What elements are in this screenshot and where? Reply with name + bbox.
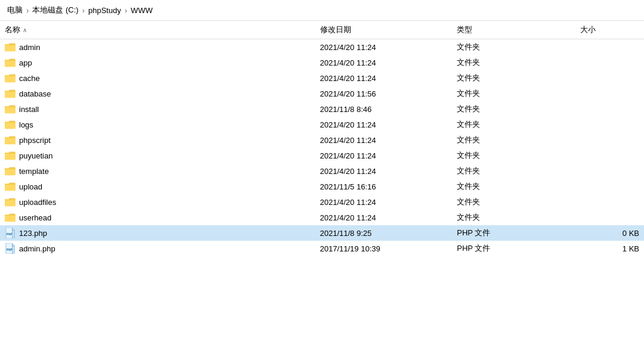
file-name-label: puyuetian [19, 151, 52, 160]
svg-rect-38 [5, 184, 16, 190]
file-type: 文件夹 [452, 132, 575, 148]
file-type: 文件夹 [452, 179, 575, 194]
file-size [575, 179, 644, 194]
file-type: 文件夹 [452, 117, 575, 132]
table-row[interactable]: PHP 123.php2021/11/8 9:25PHP 文件0 KB [0, 225, 644, 241]
breadcrumb: 电脑 › 本地磁盘 (C:) › phpStudy › WWW [0, 0, 644, 21]
file-type: 文件夹 [452, 148, 575, 163]
svg-rect-26 [5, 138, 16, 144]
col-header-type[interactable]: 类型 [452, 21, 575, 39]
table-row[interactable]: phpscript2021/4/20 11:24文件夹 [0, 132, 644, 148]
file-name-cell-10: uploadfiles [0, 194, 315, 210]
file-date: 2021/4/20 11:24 [315, 210, 453, 225]
file-type: 文件夹 [452, 101, 575, 117]
file-name-cell-0: admin [0, 39, 315, 55]
file-name-cell-12: PHP 123.php [0, 225, 315, 241]
file-size [575, 117, 644, 132]
file-date: 2021/4/20 11:24 [315, 55, 453, 70]
file-size: 0 KB [575, 225, 644, 241]
file-name-cell-4: install [0, 101, 315, 117]
file-size [575, 86, 644, 101]
sort-arrow-name: ∧ [23, 27, 27, 33]
svg-rect-46 [5, 215, 16, 221]
col-header-name[interactable]: 名称 ∧ [0, 21, 315, 39]
breadcrumb-phpstudy[interactable]: phpStudy [88, 6, 121, 15]
file-type: 文件夹 [452, 39, 575, 55]
table-row[interactable]: cache2021/4/20 11:24文件夹 [0, 70, 644, 86]
breadcrumb-www: WWW [131, 6, 153, 15]
table-row[interactable]: uploadfiles2021/4/20 11:24文件夹 [0, 194, 644, 210]
file-size [575, 55, 644, 70]
table-row[interactable]: upload2021/11/5 16:16文件夹 [0, 179, 644, 194]
breadcrumb-c[interactable]: 本地磁盘 (C:) [32, 5, 78, 15]
file-type: 文件夹 [452, 194, 575, 210]
table-row[interactable]: template2021/4/20 11:24文件夹 [0, 163, 644, 179]
svg-rect-43 [5, 200, 16, 200]
file-name-label: install [19, 105, 39, 114]
svg-rect-10 [5, 76, 16, 82]
table-row[interactable]: install2021/11/8 8:46文件夹 [0, 101, 644, 117]
table-row[interactable]: PHP admin.php2017/11/19 10:39PHP 文件1 KB [0, 241, 644, 256]
breadcrumb-pc[interactable]: 电脑 [7, 5, 23, 15]
file-name-label: admin.php [19, 244, 55, 253]
file-name-cell-6: phpscript [0, 132, 315, 148]
file-date: 2021/4/20 11:24 [315, 39, 453, 55]
table-row[interactable]: app2021/4/20 11:24文件夹 [0, 55, 644, 70]
file-name-label: logs [19, 120, 33, 129]
file-name-cell-9: upload [0, 179, 315, 194]
breadcrumb-sep-3: › [125, 6, 127, 15]
svg-rect-30 [5, 153, 16, 159]
file-date: 2021/4/20 11:24 [315, 194, 453, 210]
table-row[interactable]: database2021/4/20 11:56文件夹 [0, 86, 644, 101]
file-name-label: userhead [19, 213, 51, 222]
file-type: PHP 文件 [452, 241, 575, 256]
file-size [575, 148, 644, 163]
file-name-label: cache [19, 74, 40, 83]
file-type: 文件夹 [452, 55, 575, 70]
file-size: 1 KB [575, 241, 644, 256]
table-row[interactable]: admin2021/4/20 11:24文件夹 [0, 39, 644, 55]
file-size [575, 163, 644, 179]
file-date: 2021/4/20 11:24 [315, 163, 453, 179]
file-size [575, 70, 644, 86]
file-name-cell-1: app [0, 55, 315, 70]
file-type: 文件夹 [452, 210, 575, 225]
table-row[interactable]: logs2021/4/20 11:24文件夹 [0, 117, 644, 132]
table-row[interactable]: userhead2021/4/20 11:24文件夹 [0, 210, 644, 225]
svg-rect-23 [5, 122, 16, 123]
svg-rect-7 [5, 60, 16, 61]
svg-rect-19 [5, 107, 16, 107]
file-name-cell-11: userhead [0, 210, 315, 225]
svg-rect-15 [5, 91, 16, 92]
file-date: 2021/4/20 11:24 [315, 117, 453, 132]
file-size [575, 210, 644, 225]
file-list-container: 名称 ∧ 修改日期 类型 大小 admin2021/4/20 11:24文件夹 … [0, 21, 644, 256]
svg-rect-18 [5, 107, 16, 113]
svg-rect-22 [5, 122, 16, 128]
file-name-cell-3: database [0, 86, 315, 101]
svg-text:PHP: PHP [7, 248, 13, 251]
file-name-cell-13: PHP admin.php [0, 241, 315, 256]
file-date: 2021/4/20 11:24 [315, 70, 453, 86]
file-size [575, 101, 644, 117]
file-name-label: admin [19, 43, 40, 52]
svg-rect-42 [5, 200, 16, 206]
file-name-cell-5: logs [0, 117, 315, 132]
file-name-label: uploadfiles [19, 198, 56, 207]
col-header-date[interactable]: 修改日期 [315, 21, 453, 39]
file-size [575, 194, 644, 210]
breadcrumb-sep-1: › [26, 6, 29, 15]
col-header-size[interactable]: 大小 [575, 21, 644, 39]
svg-text:PHP: PHP [7, 232, 13, 236]
file-type: 文件夹 [452, 70, 575, 86]
file-date: 2021/4/20 11:24 [315, 132, 453, 148]
file-type: PHP 文件 [452, 225, 575, 241]
svg-rect-35 [5, 169, 16, 169]
svg-rect-6 [5, 60, 16, 66]
file-type: 文件夹 [452, 86, 575, 101]
svg-rect-53 [13, 246, 15, 254]
table-row[interactable]: puyuetian2021/4/20 11:24文件夹 [0, 148, 644, 163]
file-size [575, 39, 644, 55]
svg-rect-34 [5, 169, 16, 175]
file-type: 文件夹 [452, 163, 575, 179]
